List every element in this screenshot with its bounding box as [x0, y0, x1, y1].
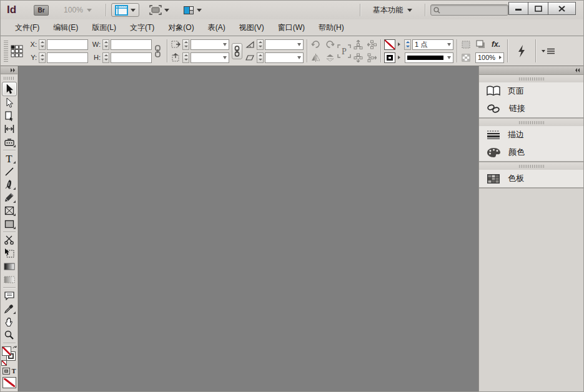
stroke-color-swatch[interactable]: [384, 39, 395, 50]
zoom-tool[interactable]: [2, 328, 17, 341]
formatting-affects-container-button[interactable]: [2, 368, 10, 375]
screen-mode-button[interactable]: [146, 3, 173, 17]
panel-group-grip[interactable]: [479, 119, 583, 126]
gap-tool[interactable]: [2, 122, 17, 135]
rotate-ccw-button[interactable]: [325, 39, 335, 50]
screen-mode-icon: [149, 5, 162, 15]
rotate-cw-button[interactable]: [310, 39, 321, 50]
bridge-button[interactable]: Br: [34, 5, 49, 16]
flip-horizontal-button[interactable]: [310, 52, 321, 63]
canvas[interactable]: [18, 66, 478, 391]
flip-vertical-button[interactable]: [325, 52, 335, 63]
workspace-switcher[interactable]: 基本功能: [365, 5, 420, 16]
opacity-combo[interactable]: 100%: [475, 52, 504, 63]
search-box[interactable]: [430, 4, 508, 16]
constrain-scale-button[interactable]: [232, 43, 242, 59]
panel-menu-button[interactable]: [539, 48, 557, 54]
gradient-swatch-tool[interactable]: [2, 260, 17, 273]
scale-x-combo[interactable]: [191, 39, 229, 50]
arrange-documents-button[interactable]: [179, 3, 205, 17]
effects-button[interactable]: fx.: [490, 40, 502, 49]
panel-button-pages[interactable]: 页面: [479, 82, 583, 100]
apply-none-button[interactable]: [2, 377, 16, 388]
fill-stroke-swatches[interactable]: [1, 346, 17, 366]
x-field[interactable]: [47, 39, 88, 50]
menu-object[interactable]: 对象(O): [161, 20, 200, 36]
hand-tool[interactable]: [2, 315, 17, 328]
select-next-sibling-button[interactable]: [367, 52, 377, 63]
select-next-object-button[interactable]: [353, 52, 364, 63]
select-previous-object-button[interactable]: [353, 39, 364, 50]
note-tool[interactable]: [2, 289, 17, 302]
swap-fill-stroke-icon[interactable]: [12, 346, 17, 351]
stroke-weight-stepper[interactable]: [404, 39, 411, 50]
drop-shadow-button[interactable]: [475, 39, 486, 50]
y-field[interactable]: [47, 52, 88, 63]
scale-y-stepper[interactable]: [182, 52, 189, 63]
fill-color-swatch[interactable]: [384, 52, 395, 63]
menu-layout[interactable]: 版面(L): [85, 20, 123, 36]
constrain-dimensions-toggle[interactable]: [153, 45, 162, 57]
rotation-stepper[interactable]: [257, 39, 264, 50]
quick-apply-button[interactable]: [511, 45, 532, 57]
x-stepper[interactable]: [39, 39, 46, 50]
pencil-tool[interactable]: [2, 191, 17, 204]
panel-group-grip[interactable]: [479, 75, 583, 82]
gradient-feather-button[interactable]: [460, 39, 471, 50]
rotation-combo[interactable]: [265, 39, 304, 50]
scale-y-combo[interactable]: [191, 52, 229, 63]
type-tool[interactable]: T: [2, 152, 17, 165]
zoom-level-dropdown[interactable]: 100%: [64, 6, 92, 14]
scale-x-stepper[interactable]: [182, 39, 189, 50]
h-stepper[interactable]: [102, 52, 109, 63]
tools-panel-grip[interactable]: [4, 77, 15, 80]
w-field[interactable]: [111, 39, 152, 50]
shear-combo[interactable]: [265, 52, 304, 63]
page-tool[interactable]: [2, 109, 17, 122]
menu-edit[interactable]: 编辑(E): [46, 20, 85, 36]
panel-button-swatches[interactable]: 色板: [479, 170, 583, 187]
panel-button-stroke[interactable]: 描边: [479, 126, 583, 144]
default-fill-stroke-icon[interactable]: [1, 360, 7, 366]
search-input[interactable]: [442, 6, 505, 14]
stroke-type-combo[interactable]: [405, 52, 453, 63]
eyedropper-tool[interactable]: [2, 302, 17, 315]
maximize-button[interactable]: [528, 2, 548, 15]
flyout-arrow-icon[interactable]: [398, 42, 400, 46]
reference-point-proxy[interactable]: [11, 45, 23, 57]
flyout-arrow-icon[interactable]: [398, 56, 400, 59]
menu-help[interactable]: 帮助(H): [312, 20, 351, 36]
selection-tool[interactable]: [2, 82, 17, 96]
view-options-button[interactable]: [111, 3, 139, 17]
menu-window[interactable]: 窗口(W): [271, 20, 312, 36]
panel-group-grip[interactable]: [479, 162, 583, 170]
content-collector-tool[interactable]: [2, 135, 17, 149]
shear-stepper[interactable]: [257, 52, 264, 63]
panel-button-links[interactable]: 链接: [479, 100, 583, 117]
formatting-affects-text-button[interactable]: T: [12, 368, 16, 375]
select-previous-sibling-button[interactable]: [367, 39, 377, 50]
free-transform-tool[interactable]: [2, 247, 17, 260]
fill-swatch-none[interactable]: [2, 346, 11, 356]
tools-panel-header[interactable]: [1, 66, 17, 74]
w-stepper[interactable]: [102, 39, 109, 50]
dock-header[interactable]: [479, 66, 583, 75]
menu-view[interactable]: 视图(V): [232, 20, 271, 36]
direct-selection-tool[interactable]: [2, 96, 17, 109]
panel-grip[interactable]: [4, 41, 8, 62]
rectangle-tool[interactable]: [2, 217, 17, 230]
line-tool[interactable]: [2, 165, 17, 178]
close-button[interactable]: [548, 2, 576, 15]
scissors-tool[interactable]: [2, 233, 17, 247]
gradient-feather-tool[interactable]: [2, 273, 17, 286]
menu-table[interactable]: 表(A): [201, 20, 232, 36]
menu-type[interactable]: 文字(T): [123, 20, 161, 36]
minimize-button[interactable]: [508, 2, 528, 15]
h-field[interactable]: [111, 52, 152, 63]
menu-file[interactable]: 文件(F): [8, 20, 46, 36]
frame-tool[interactable]: [2, 204, 17, 217]
pen-tool[interactable]: [2, 178, 17, 191]
stroke-weight-combo[interactable]: 1 点: [412, 39, 453, 50]
y-stepper[interactable]: [39, 52, 46, 63]
panel-button-color[interactable]: 颜色: [479, 144, 583, 161]
